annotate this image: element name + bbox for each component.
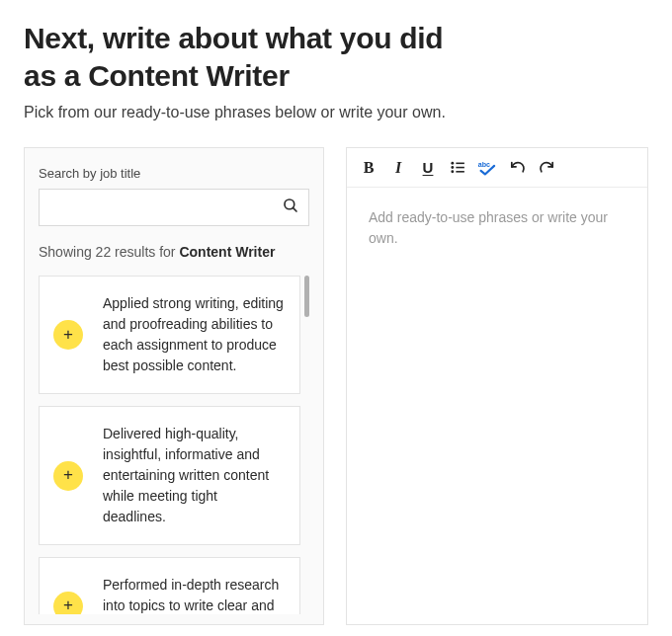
svg-point-6: [451, 170, 454, 173]
title-line-2: as a Content Writer: [24, 59, 290, 92]
editor-toolbar: B I U abc: [347, 148, 647, 188]
phrase-list-scroll: + Applied strong writing, editing and pr…: [39, 276, 309, 614]
phrase-card: + Performed in-depth research into topic…: [39, 557, 300, 614]
add-phrase-button[interactable]: +: [53, 592, 83, 615]
redo-button[interactable]: [537, 156, 556, 180]
search-wrap: [39, 189, 309, 226]
editor-placeholder: Add ready-to-use phrases or write your o…: [369, 207, 626, 249]
editor-textarea[interactable]: Add ready-to-use phrases or write your o…: [347, 188, 647, 624]
phrase-text: Performed in-depth research into topics …: [103, 575, 284, 614]
svg-point-2: [451, 162, 454, 165]
add-phrase-button[interactable]: +: [53, 461, 83, 491]
svg-rect-5: [456, 167, 464, 169]
svg-text:abc: abc: [478, 161, 490, 169]
scrollbar-thumb[interactable]: [304, 276, 309, 317]
search-input[interactable]: [39, 189, 309, 226]
results-term: Content Writer: [179, 244, 275, 260]
phrase-card: + Applied strong writing, editing and pr…: [39, 276, 300, 394]
svg-point-4: [451, 166, 454, 169]
phrase-list: + Applied strong writing, editing and pr…: [39, 276, 309, 614]
editor-panel: B I U abc: [346, 147, 648, 625]
title-line-1: Next, write about what you did: [24, 22, 443, 54]
add-phrase-button[interactable]: +: [53, 320, 83, 350]
results-summary: Showing 22 results for Content Writer: [39, 244, 309, 260]
bold-button[interactable]: B: [359, 156, 378, 180]
bullet-list-button[interactable]: [448, 156, 467, 180]
underline-button[interactable]: U: [418, 156, 438, 180]
page-title: Next, write about what you did as a Cont…: [24, 20, 648, 94]
phrase-text: Applied strong writing, editing and proo…: [103, 293, 284, 376]
undo-button[interactable]: [507, 156, 527, 180]
svg-rect-7: [456, 171, 464, 173]
phrase-card: + Delivered high-quality, insightful, in…: [39, 406, 300, 545]
spellcheck-button[interactable]: abc: [477, 156, 497, 180]
italic-button[interactable]: I: [388, 156, 408, 180]
phrase-suggestions-panel: Search by job title Showing 22 results f…: [24, 147, 324, 625]
phrase-text: Delivered high-quality, insightful, info…: [103, 424, 284, 527]
svg-rect-3: [456, 163, 464, 165]
search-label: Search by job title: [39, 166, 309, 181]
page-subtitle: Pick from our ready-to-use phrases below…: [24, 104, 648, 121]
